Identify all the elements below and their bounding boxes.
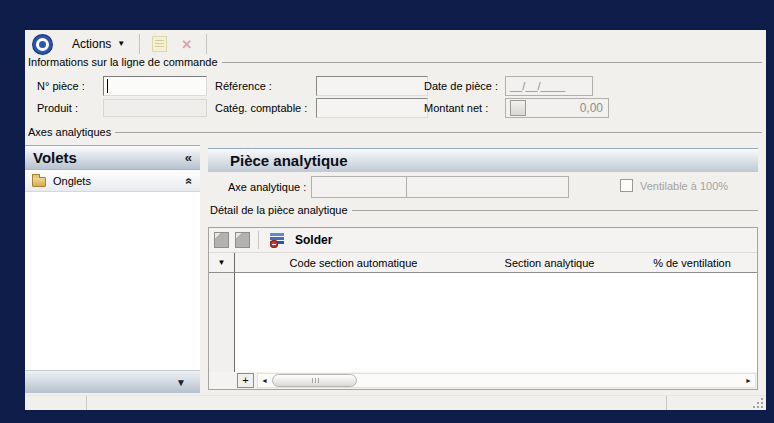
column-header-section-analytique: Section analytique bbox=[472, 253, 627, 272]
collapse-section-icon[interactable]: « bbox=[183, 177, 197, 184]
axes-group-title: Axes analytiques bbox=[28, 126, 115, 138]
ventilable-checkbox[interactable] bbox=[620, 179, 633, 192]
grid-body bbox=[209, 273, 757, 372]
date-piece-label: Date de pièce : bbox=[424, 80, 498, 92]
piece-analytique-title: Pièce analytique bbox=[230, 152, 348, 169]
status-cell-left bbox=[25, 396, 87, 410]
insert-line-icon[interactable] bbox=[214, 232, 229, 248]
scroll-down-icon[interactable]: ▼ bbox=[176, 377, 186, 388]
volets-title: Volets bbox=[33, 149, 185, 166]
volets-header: Volets « bbox=[25, 145, 200, 170]
solder-button[interactable]: Solder bbox=[295, 233, 332, 247]
ventilable-label: Ventilable à 100% bbox=[640, 180, 728, 192]
detail-group-title: Détail de la pièce analytique bbox=[210, 204, 352, 216]
montant-net-field: 0,00 bbox=[505, 98, 609, 118]
row-selector-column bbox=[209, 273, 235, 372]
grid-rows-area[interactable] bbox=[235, 273, 757, 372]
volets-panel: Volets « Onglets « ▼ bbox=[25, 145, 200, 393]
actions-menu-button[interactable]: Actions ▼ bbox=[64, 34, 133, 54]
detail-grid: Solder ▼ Code section automatique Sectio… bbox=[208, 227, 758, 390]
grid-bottom-bar: + ◄ ► bbox=[209, 372, 757, 389]
axe-analytique-field[interactable] bbox=[311, 176, 569, 198]
montant-button[interactable] bbox=[510, 100, 526, 116]
main-toolbar: Actions ▼ ✕ bbox=[25, 30, 766, 58]
horizontal-scrollbar: ◄ ► bbox=[257, 373, 756, 388]
column-header-pct-ventilation: % de ventilation bbox=[627, 253, 757, 272]
montant-net-label: Montant net : bbox=[424, 102, 488, 114]
delete-x-icon[interactable]: ✕ bbox=[181, 37, 192, 52]
window-frame: Actions ▼ ✕ Informations sur la ligne de… bbox=[0, 0, 774, 423]
grid-toolbar: Solder bbox=[209, 228, 757, 253]
status-bar bbox=[25, 395, 766, 410]
delete-line-icon[interactable] bbox=[235, 232, 250, 248]
main-window: Actions ▼ ✕ Informations sur la ligne de… bbox=[25, 30, 766, 410]
attach-document-icon[interactable] bbox=[152, 36, 167, 52]
piece-analytique-header: Pièce analytique bbox=[208, 148, 758, 172]
solder-icon bbox=[270, 232, 285, 248]
collapse-panel-icon[interactable]: « bbox=[185, 150, 192, 165]
produit-label: Produit : bbox=[37, 102, 78, 114]
folder-icon bbox=[32, 177, 46, 187]
montant-net-value: 0,00 bbox=[526, 99, 607, 117]
scroll-right-icon[interactable]: ► bbox=[742, 374, 755, 387]
axe-analytique-label: Axe analytique : bbox=[228, 181, 306, 193]
status-cell-middle bbox=[87, 396, 667, 410]
n-piece-label: N° pièce : bbox=[37, 80, 85, 92]
scroll-left-icon[interactable]: ◄ bbox=[258, 374, 271, 387]
piece-analytique-panel: Pièce analytique Axe analytique : Ventil… bbox=[208, 148, 758, 393]
column-header-code-section: Code section automatique bbox=[235, 253, 472, 272]
text-cursor bbox=[107, 79, 108, 93]
toolbar-separator bbox=[258, 231, 259, 249]
reference-input[interactable] bbox=[316, 76, 428, 96]
volets-body bbox=[25, 192, 200, 370]
field-divider bbox=[406, 177, 407, 197]
categ-comptable-input[interactable] bbox=[316, 98, 428, 118]
toolbar-separator bbox=[139, 34, 140, 54]
categ-comptable-label: Catég. comptable : bbox=[215, 102, 307, 114]
info-group-title: Informations sur la ligne de commande bbox=[28, 56, 222, 68]
volets-footer: ▼ bbox=[25, 370, 200, 393]
chevron-down-icon: ▼ bbox=[117, 40, 125, 48]
bullseye-icon bbox=[33, 35, 52, 54]
onglets-label: Onglets bbox=[53, 175, 179, 187]
n-piece-input[interactable] bbox=[103, 76, 207, 96]
grid-header-row: ▼ Code section automatique Section analy… bbox=[209, 253, 757, 273]
add-row-button[interactable]: + bbox=[237, 373, 254, 388]
toolbar-separator bbox=[206, 34, 207, 54]
sidebar-item-onglets[interactable]: Onglets « bbox=[25, 170, 200, 192]
date-piece-input[interactable]: __/__/____ bbox=[505, 76, 593, 96]
status-cell-right bbox=[667, 396, 766, 410]
actions-label: Actions bbox=[72, 37, 111, 51]
produit-field bbox=[103, 99, 207, 117]
row-selector-dropdown[interactable]: ▼ bbox=[209, 253, 235, 272]
group-border bbox=[28, 132, 762, 133]
resize-grip[interactable] bbox=[753, 398, 763, 408]
reference-label: Référence : bbox=[215, 80, 272, 92]
scrollbar-thumb[interactable] bbox=[272, 374, 357, 387]
